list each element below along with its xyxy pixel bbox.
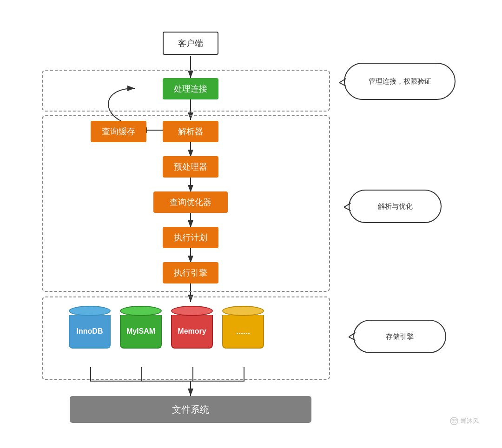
optimizer-box: 查询优化器 — [153, 191, 228, 213]
cylinder-innodb: InnoDB — [69, 306, 111, 349]
preprocessor-box: 预处理器 — [163, 156, 218, 178]
execution-engine-box: 执行引擎 — [163, 262, 218, 283]
bubble-connection: 管理连接，权限验证 — [344, 63, 456, 100]
bubble-analysis: 解析与优化 — [349, 190, 442, 223]
other-label: ...... — [236, 327, 250, 336]
client-box: 客户端 — [163, 32, 218, 55]
myisam-label: MyISAM — [126, 327, 155, 336]
watermark-icon — [449, 416, 459, 426]
client-label: 客户端 — [178, 38, 203, 49]
watermark: 蝉沐风 — [449, 416, 479, 426]
bubble1-tail — [339, 78, 347, 86]
filesystem-box: 文件系统 — [70, 396, 311, 423]
bubble2-tail — [344, 203, 351, 211]
cylinder-memory: Memory — [171, 306, 213, 349]
svg-point-14 — [450, 417, 458, 425]
execution-plan-box: 执行计划 — [163, 227, 218, 248]
bubble3-tail — [349, 332, 356, 341]
cylinder-myisam: MyISAM — [120, 306, 162, 349]
innodb-label: InnoDB — [77, 327, 103, 336]
main-container: 客户端 处理连接 查询缓存 解析器 预处理器 查询优化器 执行计划 执行引擎 I… — [9, 9, 493, 439]
process-connection-box: 处理连接 — [163, 78, 218, 99]
svg-point-15 — [452, 419, 454, 421]
memory-label: Memory — [178, 327, 206, 336]
svg-point-16 — [455, 419, 456, 421]
bubble-storage: 存储引擎 — [353, 320, 446, 353]
parser-box: 解析器 — [163, 121, 218, 142]
cylinder-other: ...... — [222, 306, 264, 349]
query-cache-box: 查询缓存 — [91, 121, 146, 142]
